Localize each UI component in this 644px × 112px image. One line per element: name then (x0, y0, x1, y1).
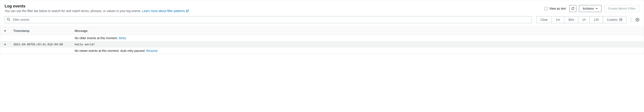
time-1m-button[interactable]: 1m (552, 16, 564, 23)
toolbar-divider (631, 17, 631, 22)
learn-more-link[interactable]: Learn more about filter patterns (142, 9, 189, 13)
settings-button[interactable] (636, 18, 640, 22)
retry-link[interactable]: Retry (119, 36, 126, 40)
refresh-button[interactable] (569, 5, 576, 12)
expand-all-icon[interactable] (4, 30, 6, 32)
table-header: Timestamp Message (0, 27, 644, 35)
no-older-row: No older events at this moment. Retry (0, 35, 644, 41)
no-older-text: No older events at this moment. (75, 36, 119, 40)
time-30m-button[interactable]: 30m (564, 16, 578, 23)
time-1h-button[interactable]: 1h (578, 16, 590, 23)
no-newer-text: No newer events at this moment. (75, 49, 120, 52)
gear-icon (636, 18, 640, 22)
time-custom-label: Custom (607, 18, 618, 22)
external-link-icon (186, 10, 189, 13)
time-range-group: Clear 1m 30m 1h 12h Custom (536, 16, 626, 23)
log-timestamp: 2021-04-06T01:43:41.018-04:00 (13, 43, 75, 46)
expand-all-column (4, 29, 13, 32)
time-12h-button[interactable]: 12h (590, 16, 603, 23)
subtitle-text: You can use the filter bar below to sear… (4, 9, 142, 13)
caret-down-icon (596, 8, 598, 9)
header-actions: View as text Actions Create Metric Filte… (544, 4, 640, 12)
calendar-icon (619, 18, 622, 21)
filter-input-wrap (4, 16, 532, 23)
log-row[interactable]: 2021-04-06T01:43:41.018-04:00 hello worl… (0, 41, 644, 48)
log-events-panel: Log events You can use the filter bar be… (0, 0, 644, 54)
timestamp-header[interactable]: Timestamp (13, 29, 75, 32)
header-left: Log events You can use the filter bar be… (4, 4, 544, 13)
filter-events-input[interactable] (4, 16, 532, 23)
page-subtitle: You can use the filter bar below to sear… (4, 9, 544, 13)
actions-label: Actions (583, 7, 594, 10)
view-as-text-toggle[interactable]: View as text (544, 7, 566, 10)
create-filter-label: Create Metric Filter (608, 7, 636, 10)
time-custom-button[interactable]: Custom (603, 16, 626, 23)
log-message: hello world! (75, 43, 640, 46)
refresh-icon (571, 7, 574, 10)
create-metric-filter-button[interactable]: Create Metric Filter (604, 5, 640, 12)
search-icon (7, 18, 10, 22)
actions-dropdown[interactable]: Actions (579, 5, 602, 12)
resume-link[interactable]: Resume (146, 49, 158, 52)
no-newer-row: No newer events at this moment. Auto ret… (0, 48, 644, 54)
auto-retry-text: Auto retry paused. (120, 49, 146, 52)
svg-rect-1 (620, 19, 622, 21)
learn-more-text: Learn more about filter patterns (142, 9, 185, 13)
filter-toolbar: Clear 1m 30m 1h 12h Custom (0, 16, 644, 27)
panel-header: Log events You can use the filter bar be… (0, 0, 644, 16)
expand-row-icon[interactable] (4, 43, 6, 46)
view-as-text-label: View as text (550, 7, 566, 10)
svg-point-0 (7, 18, 10, 20)
svg-point-2 (637, 19, 638, 20)
time-clear-button[interactable]: Clear (536, 16, 552, 23)
page-title: Log events (4, 4, 544, 9)
message-header[interactable]: Message (75, 29, 640, 32)
view-as-text-checkbox[interactable] (544, 7, 548, 10)
